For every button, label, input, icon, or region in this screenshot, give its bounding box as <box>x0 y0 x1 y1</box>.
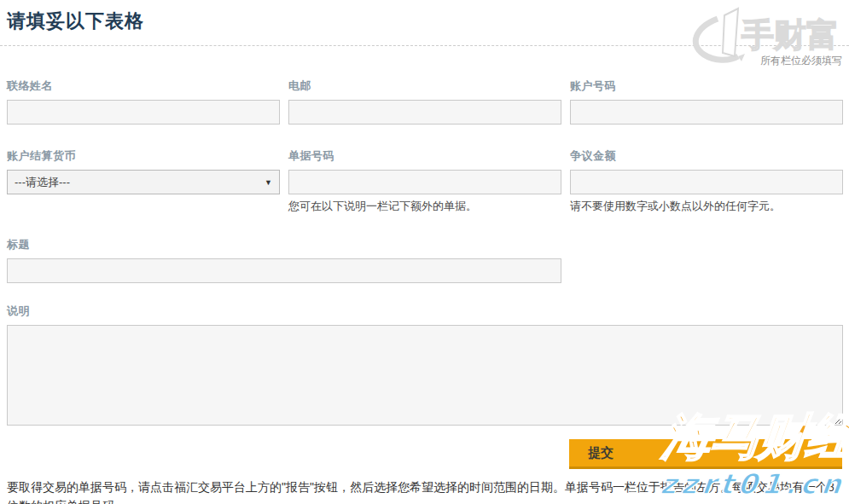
description-textarea[interactable] <box>7 325 843 426</box>
dispute-amount-label: 争议金额 <box>570 148 843 164</box>
account-number-input[interactable] <box>570 100 843 125</box>
contact-name-input[interactable] <box>7 100 280 125</box>
subject-label: 标题 <box>7 237 842 252</box>
subject-input[interactable] <box>7 258 561 283</box>
ticket-number-input[interactable] <box>288 170 561 194</box>
currency-selected-value: ---请选择--- <box>15 175 70 190</box>
ticket-number-field-group: 单据号码 您可在以下说明一栏记下额外的单据。 <box>288 148 561 213</box>
submit-button[interactable]: 提交 <box>569 439 842 469</box>
page-title: 请填妥以下表格 <box>0 9 849 45</box>
form-row-2: 账户结算货币 ---请选择--- ▼ 单据号码 您可在以下说明一栏记下额外的单据… <box>7 148 842 213</box>
email-input[interactable] <box>288 100 561 125</box>
page-header: 请填妥以下表格 <box>0 0 849 46</box>
currency-label: 账户结算货币 <box>7 148 280 164</box>
required-fields-note: 所有栏位必须填写 <box>0 46 849 67</box>
dispute-amount-field-group: 争议金额 请不要使用数字或小数点以外的任何字元。 <box>570 148 843 213</box>
currency-select[interactable]: ---请选择--- ▼ <box>7 170 280 194</box>
ticket-number-label: 单据号码 <box>288 148 561 164</box>
currency-field-group: 账户结算货币 ---请选择--- ▼ <box>7 148 280 213</box>
support-form: 联络姓名 电邮 账户号码 账户结算货币 ---请选择--- ▼ 单据号码 您可在… <box>0 78 849 469</box>
dropdown-arrow-icon: ▼ <box>265 178 272 187</box>
submit-row: 提交 <box>7 439 842 469</box>
account-number-label: 账户号码 <box>570 78 843 94</box>
footer-instructions: 要取得交易的单据号码，请点击福汇交易平台上方的"报告"按钮，然后选择您希望选择的… <box>0 478 849 504</box>
email-label: 电邮 <box>288 78 561 94</box>
dispute-amount-helper: 请不要使用数字或小数点以外的任何字元。 <box>570 200 843 213</box>
dispute-amount-input[interactable] <box>570 170 843 194</box>
email-field-group: 电邮 <box>288 78 561 125</box>
account-number-field-group: 账户号码 <box>570 78 843 125</box>
description-label: 说明 <box>7 304 842 319</box>
contact-name-label: 联络姓名 <box>7 78 280 94</box>
form-row-1: 联络姓名 电邮 账户号码 <box>7 78 842 125</box>
contact-name-field-group: 联络姓名 <box>7 78 280 125</box>
form-row-4: 说明 <box>7 304 842 429</box>
form-row-3: 标题 <box>7 237 842 283</box>
ticket-number-helper: 您可在以下说明一栏记下额外的单据。 <box>288 200 561 213</box>
